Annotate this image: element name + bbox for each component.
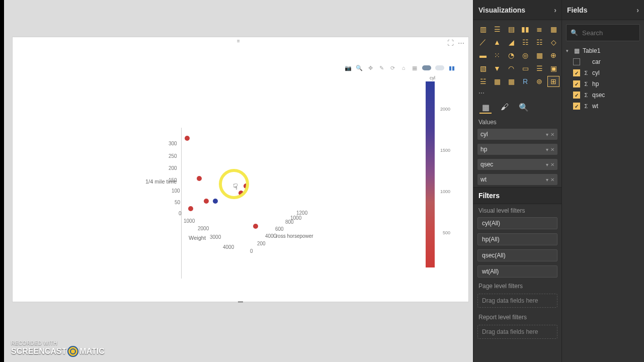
watermark-logo-icon [67, 346, 78, 357]
data-point[interactable] [238, 191, 244, 196]
field-hp[interactable]: ✓ Σ hp [572, 78, 641, 89]
checkbox-checked-icon[interactable]: ✓ [573, 103, 580, 110]
chevron-down-icon[interactable]: ▾ [546, 147, 548, 152]
reset-icon[interactable]: ⌂ [400, 64, 407, 71]
table-node[interactable]: ▾ ▦ Table1 [565, 45, 641, 56]
viz-map-icon[interactable]: ⊕ [548, 50, 559, 60]
data-point[interactable] [185, 136, 190, 141]
viz-custom-icon[interactable]: ⊞ [548, 76, 559, 86]
visual-drag-handle-bottom[interactable]: ▬ [238, 298, 243, 304]
weight-tick: 4000 [223, 244, 234, 250]
orbit-icon[interactable]: ✎ [378, 64, 385, 71]
boxselect-icon[interactable]: ▦ [411, 64, 418, 71]
viz-arcgis-icon[interactable]: ⊚ [534, 76, 545, 86]
collapse-vis-icon[interactable]: › [554, 6, 556, 14]
field-car[interactable]: car [572, 56, 641, 67]
camera-icon[interactable]: 📷 [345, 64, 352, 71]
hp-tick: 600 [275, 226, 284, 232]
viz-matrix-icon[interactable]: ▦ [506, 76, 517, 86]
data-point[interactable] [253, 224, 258, 229]
report-level-label: Report level filters [473, 311, 561, 322]
viz-r-icon[interactable]: R [520, 76, 531, 86]
pan-icon[interactable]: ✥ [367, 64, 374, 71]
viz-scatter-icon[interactable]: ⁙ [492, 50, 503, 60]
remove-icon[interactable]: ✕ [550, 162, 554, 167]
chevron-down-icon[interactable]: ▾ [546, 177, 548, 183]
page-level-drop[interactable]: Drag data fields here [477, 294, 557, 308]
fields-well-tab-icon[interactable]: ▦ [479, 102, 492, 114]
remove-icon[interactable]: ✕ [550, 147, 554, 152]
plotly-logo-icon[interactable]: ▮▮ [448, 64, 455, 71]
viz-card-icon[interactable]: ▭ [520, 63, 531, 73]
report-canvas[interactable]: ≡ ▬ ⛶ ⋯ 📷 🔍 ✥ ✎ ⟳ ⌂ ▦ ▮▮ cyl 2000 1500 [4, 0, 473, 362]
checkbox-icon[interactable] [573, 58, 580, 65]
data-point[interactable] [188, 206, 193, 211]
filter-qsec[interactable]: qsec(All) [477, 249, 557, 261]
viz-treemap-icon[interactable]: ▦ [534, 50, 545, 60]
viz-table-icon[interactable]: ▦ [492, 76, 503, 86]
checkbox-checked-icon[interactable]: ✓ [573, 80, 580, 87]
viz-stacked-bar-icon[interactable]: ▥ [477, 24, 489, 34]
turntable-icon[interactable]: ⟳ [389, 64, 396, 71]
viz-line-icon[interactable]: ／ [477, 37, 489, 47]
viz-funnel-icon[interactable]: ▼ [492, 63, 503, 73]
page-level-label: Page level filters [473, 280, 561, 291]
field-wt[interactable]: ✓ Σ wt [572, 101, 641, 112]
chevron-down-icon[interactable]: ▾ [546, 132, 548, 137]
report-level-drop[interactable]: Drag data fields here [477, 325, 557, 339]
collapse-fields-icon[interactable]: › [636, 6, 639, 14]
viz-slicer-icon[interactable]: ☱ [477, 76, 489, 86]
remove-icon[interactable]: ✕ [550, 177, 554, 183]
checkbox-checked-icon[interactable]: ✓ [573, 92, 580, 99]
remove-icon[interactable]: ✕ [550, 132, 554, 137]
analytics-tab-icon[interactable]: 🔍 [518, 102, 530, 114]
viz-donut-icon[interactable]: ◎ [520, 50, 531, 60]
viz-pie-icon[interactable]: ◔ [506, 50, 517, 60]
viz-stacked-area-icon[interactable]: ◢ [506, 37, 517, 47]
visual-drag-handle-top[interactable]: ≡ [237, 38, 244, 41]
focus-mode-icon[interactable]: ⛶ [447, 39, 454, 47]
filter-hp[interactable]: hp(All) [477, 233, 557, 245]
viz-waterfall-icon[interactable]: ▬ [477, 50, 489, 60]
viz-gallery: ▥ ☰ ▤ ▮▮ ≣ ▦ ／ ▲ ◢ ☷ ☷ ◇ ▬ ⁙ ◔ ◎ ▦ ⊕ ▧ ▼… [473, 20, 561, 88]
viz-gauge-icon[interactable]: ◠ [506, 63, 517, 73]
toggle-b-icon[interactable] [435, 65, 444, 70]
well-item-hp[interactable]: hp▾✕ [477, 144, 557, 155]
viz-more-icon[interactable]: ⋯ [473, 88, 561, 98]
data-point[interactable] [204, 199, 209, 204]
viz-ribbon-icon[interactable]: ◇ [548, 37, 559, 47]
viz-100col-icon[interactable]: ▦ [548, 24, 559, 34]
field-qsec[interactable]: ✓ Σ qsec [572, 89, 641, 101]
zoom-icon[interactable]: 🔍 [356, 64, 363, 71]
visual-container[interactable]: ≡ ▬ ⛶ ⋯ 📷 🔍 ✥ ✎ ⟳ ⌂ ▦ ▮▮ cyl 2000 1500 [12, 37, 469, 302]
filter-cyl[interactable]: cyl(All) [477, 217, 557, 229]
viz-multirow-icon[interactable]: ☰ [534, 63, 545, 73]
filter-wt[interactable]: wt(All) [477, 265, 557, 278]
viz-clustered-col-icon[interactable]: ▮▮ [520, 24, 531, 34]
viz-area-icon[interactable]: ▲ [492, 37, 503, 47]
visual-level-label: Visual level filters [473, 204, 561, 215]
viz-filled-map-icon[interactable]: ▧ [477, 63, 489, 73]
checkbox-checked-icon[interactable]: ✓ [573, 69, 580, 76]
data-point[interactable] [197, 176, 202, 181]
well-item-cyl[interactable]: cyl▾✕ [477, 129, 557, 140]
field-cyl[interactable]: ✓ Σ cyl [572, 67, 641, 78]
search-input[interactable] [582, 29, 644, 37]
viz-combo2-icon[interactable]: ☷ [534, 37, 545, 47]
fields-search[interactable]: 🔍 [566, 24, 640, 41]
viz-combo1-icon[interactable]: ☷ [520, 37, 531, 47]
chevron-down-icon[interactable]: ▾ [546, 162, 548, 167]
data-point[interactable] [244, 184, 249, 189]
viz-kpi-icon[interactable]: ▣ [548, 63, 559, 73]
y-tick: 0 [179, 211, 182, 216]
toggle-a-icon[interactable] [422, 65, 431, 70]
chart-3d-scatter[interactable]: 300 250 200 150 100 50 0 1/4 mile time 1… [138, 113, 325, 294]
visual-more-icon[interactable]: ⋯ [458, 39, 464, 47]
viz-stacked-col-icon[interactable]: ▤ [506, 24, 517, 34]
format-tab-icon[interactable]: 🖌 [499, 102, 511, 114]
well-item-qsec[interactable]: qsec▾✕ [477, 159, 557, 170]
viz-100bar-icon[interactable]: ≣ [534, 24, 545, 34]
viz-clustered-bar-icon[interactable]: ☰ [492, 24, 503, 34]
well-item-wt[interactable]: wt▾✕ [477, 174, 557, 185]
data-point[interactable] [213, 199, 218, 204]
